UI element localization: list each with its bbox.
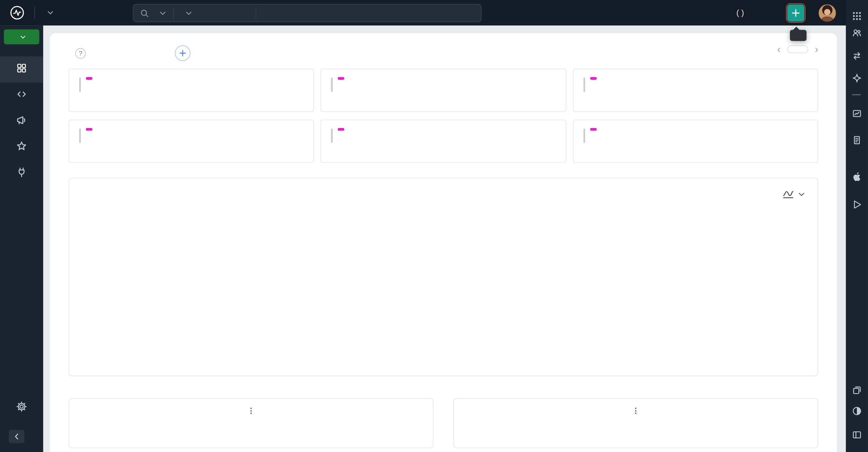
stat-badge [590,128,597,131]
user-search-bar [133,4,482,22]
chart-type-selector[interactable] [782,190,804,199]
topbar: ( ) [0,0,868,26]
plus-icon [792,9,800,17]
stat-card-1[interactable] [321,69,566,112]
search-key-select[interactable] [174,4,256,22]
range-prev-icon[interactable]: ‹ [777,45,780,54]
search-category-select[interactable] [155,4,174,22]
star-icon [16,141,27,152]
contrast-theme-icon[interactable] [852,406,862,416]
left-sidebar [0,26,43,452]
stat-badge [86,128,92,131]
stat-card-4[interactable] [321,119,566,163]
analytics-board-icon[interactable] [852,109,862,118]
plan-link[interactable]: ( ) [736,8,744,18]
megaphone-icon [16,115,27,125]
platform-ios[interactable] [101,51,111,56]
collapse-sidebar-button[interactable] [9,430,24,443]
chevron-down-icon [21,35,26,38]
platform-browser[interactable] [151,51,160,56]
divider [34,7,35,19]
plus-icon [180,50,186,57]
platform-dot-1 [126,51,131,56]
transfer-arrows-icon[interactable] [852,51,862,61]
panel-layout-icon[interactable] [852,430,862,440]
create-project-tooltip [790,30,807,41]
divider [852,94,861,95]
avatar[interactable] [819,4,836,21]
stat-card-2[interactable] [573,69,818,112]
stat-badge [590,77,597,80]
sidebar-item-integration[interactable] [0,161,43,187]
stat-accent [583,129,585,143]
platform-dot-0 [101,51,106,56]
chevron-left-icon [14,433,20,440]
gear-icon [16,401,27,412]
overview-card [69,178,818,376]
bottom-card-1: ⋮ [69,398,433,448]
google-play-icon[interactable] [852,199,862,209]
unique-badge [338,128,344,131]
stat-card-5[interactable] [573,119,818,163]
sidebar-item-settings[interactable] [0,395,43,421]
sidebar-item-appstr[interactable] [0,135,43,161]
help-icon[interactable]: ? [75,48,86,58]
stats-grid [69,69,818,163]
chevron-down-icon [48,11,53,14]
platform-dot-2 [151,51,156,56]
overview-line-chart[interactable] [77,207,243,290]
sidebar-item-developer[interactable] [0,83,43,109]
add-platform-button[interactable] [175,46,190,61]
sidebar-item-dashboard[interactable] [0,57,43,83]
search-icon [140,9,149,18]
plug-icon [16,167,27,178]
code-icon [16,89,27,100]
app-logo[interactable] [8,3,27,22]
sparkle-icon[interactable] [852,73,862,83]
stat-card-0[interactable] [69,69,314,112]
logo-icon [9,4,26,21]
avatar-image [819,4,836,21]
chevron-down-icon [799,193,804,196]
org-switcher[interactable] [44,11,53,14]
right-rail [846,0,868,452]
stat-badge [338,77,344,80]
chevron-down-icon [186,11,192,15]
dashboard-icon [16,63,27,74]
stat-accent [331,129,333,143]
line-chart-icon [782,190,794,199]
main-panel: ? [50,33,837,452]
bottom-card-2: ⋮ [454,398,818,448]
environment-switcher[interactable] [4,29,39,45]
chevron-down-icon [160,11,165,15]
users-icon[interactable] [852,28,862,37]
stat-accent [79,129,81,143]
apps-grid-icon[interactable] [852,11,862,21]
stat-accent [331,78,333,92]
layers-copy-icon[interactable] [852,385,862,395]
document-icon[interactable] [852,135,862,145]
date-range-picker[interactable] [787,46,808,53]
apple-icon[interactable] [852,172,862,181]
search-input[interactable] [256,9,481,18]
platform-android[interactable] [126,51,135,56]
stat-badge [86,77,92,80]
kebab-menu-icon[interactable]: ⋮ [632,406,640,415]
create-project-button[interactable] [787,4,804,21]
sidebar-item-marketer[interactable] [0,109,43,135]
range-next-icon[interactable]: › [815,45,818,54]
kebab-menu-icon[interactable]: ⋮ [248,406,255,415]
stat-accent [583,78,585,92]
stat-accent [79,78,81,92]
bottom-cards-row: ⋮ ⋮ [69,398,818,448]
stat-card-3[interactable] [69,119,314,163]
